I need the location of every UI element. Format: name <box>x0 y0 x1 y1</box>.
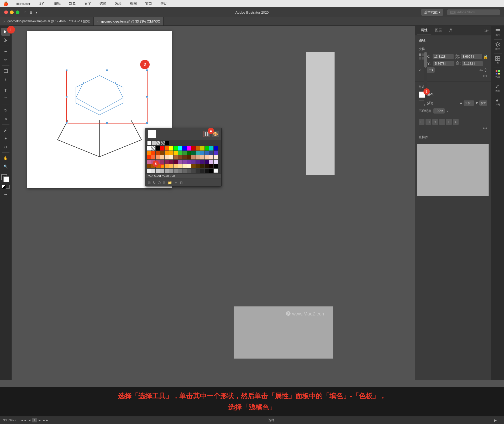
swatch-cell[interactable] <box>191 169 196 173</box>
swatch-cell[interactable] <box>147 169 151 173</box>
swatch-cell[interactable] <box>191 146 196 151</box>
arc-tool[interactable]: ⌒ <box>1 95 10 103</box>
swatch-pattern1[interactable] <box>156 141 160 145</box>
swatch-cell[interactable] <box>214 155 218 159</box>
swatch-cell[interactable] <box>191 164 196 168</box>
swatch-cell[interactable] <box>178 169 182 173</box>
next-one[interactable]: ► <box>38 418 41 422</box>
swatch-cell[interactable] <box>205 160 209 164</box>
stroke-up-icon[interactable]: ▲ <box>459 101 463 105</box>
menu-help[interactable]: 帮助 <box>159 1 169 7</box>
workspace-selector[interactable]: 基本功能 ▾ <box>421 9 443 16</box>
angle-dropdown[interactable]: 0° ▾ <box>426 67 435 73</box>
swatch-cell[interactable] <box>174 151 178 155</box>
swatch-cell[interactable] <box>160 169 164 173</box>
hand-tool[interactable]: ✋ <box>1 154 10 162</box>
menu-view[interactable]: 视图 <box>128 1 138 7</box>
swatch-cell[interactable] <box>187 151 191 155</box>
swatch-cell[interactable] <box>209 151 213 155</box>
swatch-ltgray[interactable] <box>152 141 156 145</box>
swatch-cell[interactable] <box>151 169 155 173</box>
swatch-white[interactable] <box>147 141 151 145</box>
swatch-cell[interactable] <box>156 146 160 151</box>
width-input[interactable] <box>461 54 482 59</box>
swatch-cell[interactable] <box>174 146 178 151</box>
zoom-value[interactable]: 33.33% <box>3 418 14 422</box>
swatch-cell[interactable] <box>196 155 200 159</box>
swatch-cell[interactable] <box>196 151 200 155</box>
sw-btn-new[interactable]: ⊞ <box>148 181 151 185</box>
paintbrush-tool[interactable]: 🖌 <box>1 126 10 134</box>
swatch-cell[interactable] <box>187 164 191 168</box>
swatch-cell[interactable] <box>169 169 173 173</box>
flip-horizontal-icon[interactable]: ⇔ <box>479 68 483 73</box>
apple-menu[interactable]: 🍎 <box>3 1 8 6</box>
align-center-v-icon[interactable]: ⊦ <box>446 119 452 125</box>
swatch-cell[interactable] <box>200 160 204 164</box>
swatch-cell[interactable] <box>214 164 218 168</box>
swatch-cell[interactable] <box>187 160 191 164</box>
rotate-tool[interactable]: ↻ <box>1 106 10 114</box>
stroke-input[interactable] <box>464 100 474 106</box>
swatch-cell[interactable] <box>169 160 173 164</box>
swatch-pattern2[interactable] <box>161 141 165 145</box>
swatch-black[interactable] <box>165 141 169 145</box>
swatch-cell[interactable] <box>169 164 173 168</box>
swatch-cell[interactable] <box>205 164 209 168</box>
swatch-cell[interactable] <box>156 155 160 159</box>
tab-layers[interactable]: 图层 <box>431 26 445 35</box>
swatch-cell[interactable] <box>174 169 178 173</box>
more-options-btn[interactable]: ••• <box>419 74 487 78</box>
tab-close-1[interactable]: × <box>3 19 5 24</box>
swatch-cell[interactable] <box>160 155 164 159</box>
blob-brush-tool[interactable]: ✦ <box>1 135 10 142</box>
swatch-cell[interactable] <box>209 155 213 159</box>
y-input[interactable] <box>433 61 454 66</box>
swatch-cell[interactable] <box>214 151 218 155</box>
swatch-cell[interactable] <box>187 169 191 173</box>
sw-btn-grid2[interactable]: ⊞ <box>163 181 166 185</box>
pen-tool[interactable]: ✒ <box>1 47 10 55</box>
swatch-light-orange[interactable] <box>160 164 164 168</box>
rectangle-tool[interactable] <box>1 67 10 75</box>
type-tool[interactable]: T <box>1 87 10 95</box>
swatch-cell[interactable] <box>200 146 204 151</box>
swatch-cell[interactable] <box>196 146 200 151</box>
swatch-cell[interactable] <box>214 160 218 164</box>
default-colors-icon[interactable] <box>6 185 10 189</box>
height-input[interactable] <box>462 61 483 66</box>
swatch-cell[interactable] <box>174 160 178 164</box>
swatch-cell[interactable] <box>209 164 213 168</box>
swatch-cell[interactable] <box>178 160 182 164</box>
swatch-cell[interactable] <box>151 151 155 155</box>
menu-effect[interactable]: 效果 <box>113 1 123 7</box>
opacity-expand[interactable]: › <box>447 109 448 113</box>
tab-1[interactable]: × geometric-pattern-examples.ai @ 17.46%… <box>0 17 94 25</box>
swatch-cell[interactable] <box>200 151 204 155</box>
sw-btn-group[interactable]: ⬡ <box>158 181 161 185</box>
swatch-cell[interactable] <box>151 155 155 159</box>
swatch-cell[interactable] <box>160 151 164 155</box>
swatch-cell[interactable] <box>205 155 209 159</box>
swatch-cell[interactable] <box>187 155 191 159</box>
swatch-cell[interactable] <box>187 146 191 151</box>
swatch-cell[interactable] <box>182 169 187 173</box>
next-last[interactable]: ►► <box>42 418 49 422</box>
scale-tool[interactable]: ⊠ <box>1 115 10 123</box>
far-brushes-icon[interactable]: 画笔 <box>492 83 503 93</box>
align-right-icon[interactable]: ⊤ <box>432 119 438 125</box>
fill-stroke-indicator[interactable] <box>1 174 10 183</box>
swatch-cell[interactable] <box>165 160 169 164</box>
far-library-icon[interactable]: 库 <box>492 56 503 65</box>
swatch-cell[interactable] <box>165 155 169 159</box>
menu-select[interactable]: 选择 <box>98 1 108 7</box>
swatch-cell[interactable] <box>178 151 182 155</box>
swatch-cell[interactable] <box>156 169 160 173</box>
swatch-cell[interactable] <box>169 155 173 159</box>
swatch-cell[interactable] <box>169 146 173 151</box>
flip-vertical-icon[interactable]: ⇕ <box>484 68 487 73</box>
swatch-cell[interactable] <box>165 151 169 155</box>
swatch-cell[interactable] <box>191 151 196 155</box>
swatch-cell[interactable] <box>174 164 178 168</box>
swatch-cell[interactable] <box>178 146 182 151</box>
